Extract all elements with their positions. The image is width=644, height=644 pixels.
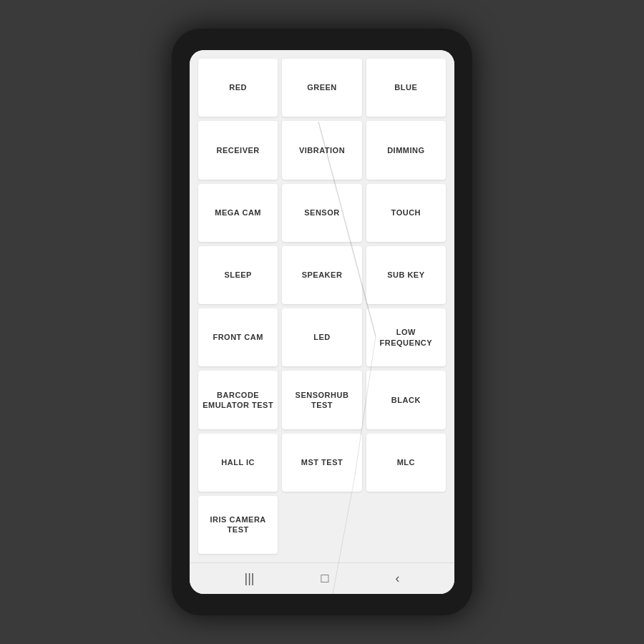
grid-item-sleep[interactable]: SLEEP <box>198 246 278 304</box>
grid-label-front-cam: FRONT CAM <box>213 332 263 342</box>
grid-item-led[interactable]: LED <box>282 308 361 366</box>
grid-label-sleep: SLEEP <box>224 270 252 280</box>
grid-item-receiver[interactable]: RECEIVER <box>198 121 278 179</box>
grid-item-iris-camera-test[interactable]: IRIS CAMERA TEST <box>198 496 278 554</box>
grid-label-dimming: DIMMING <box>387 145 424 155</box>
grid-item-mst-test[interactable]: MST TEST <box>282 434 361 492</box>
recents-icon[interactable]: ||| <box>245 571 255 586</box>
grid-item-blue[interactable]: BLUE <box>366 59 446 117</box>
grid-label-iris-camera-test: IRIS CAMERA TEST <box>203 514 273 535</box>
grid-label-receiver: RECEIVER <box>217 145 260 155</box>
grid-item-touch[interactable]: TOUCH <box>366 184 446 242</box>
grid-label-black: BLACK <box>391 395 421 405</box>
grid-label-vibration: VIBRATION <box>299 145 345 155</box>
screen-content: REDGREENBLUERECEIVERVIBRATIONDIMMINGMEGA… <box>190 50 454 562</box>
grid-item-dimming[interactable]: DIMMING <box>366 121 446 179</box>
grid-item-hall-ic[interactable]: HALL IC <box>198 434 278 492</box>
grid-item-black[interactable]: BLACK <box>366 371 446 429</box>
grid-label-sensorhub-test: SENSORHUB TEST <box>286 390 357 411</box>
grid-item-mega-cam[interactable]: MEGA CAM <box>198 184 278 242</box>
grid-label-touch: TOUCH <box>391 208 421 218</box>
grid-item-vibration[interactable]: VIBRATION <box>282 121 361 179</box>
grid-label-mlc: MLC <box>397 457 415 467</box>
grid-label-sensor: SENSOR <box>304 208 339 218</box>
back-icon[interactable]: ‹ <box>395 571 399 586</box>
grid-label-low-frequency: LOW FREQUENCY <box>371 327 441 348</box>
grid-label-hall-ic: HALL IC <box>221 457 255 467</box>
home-icon[interactable]: □ <box>321 571 329 586</box>
grid-label-speaker: SPEAKER <box>302 270 343 280</box>
grid-label-barcode-emulator-test: BARCODE EMULATOR TEST <box>203 390 273 411</box>
test-grid: REDGREENBLUERECEIVERVIBRATIONDIMMINGMEGA… <box>195 56 449 557</box>
grid-label-mega-cam: MEGA CAM <box>215 208 261 218</box>
grid-label-red: RED <box>229 82 247 92</box>
grid-item-mlc[interactable]: MLC <box>366 434 446 492</box>
phone-device: REDGREENBLUERECEIVERVIBRATIONDIMMINGMEGA… <box>172 29 472 615</box>
grid-label-blue: BLUE <box>394 82 417 92</box>
navigation-bar: ||| □ ‹ <box>190 562 454 594</box>
grid-label-mst-test: MST TEST <box>301 457 343 467</box>
grid-item-front-cam[interactable]: FRONT CAM <box>198 308 278 366</box>
grid-item-sensor[interactable]: SENSOR <box>282 184 361 242</box>
phone-screen: REDGREENBLUERECEIVERVIBRATIONDIMMINGMEGA… <box>190 50 454 594</box>
grid-item-barcode-emulator-test[interactable]: BARCODE EMULATOR TEST <box>198 371 278 429</box>
grid-item-green[interactable]: GREEN <box>282 59 361 117</box>
grid-label-sub-key: SUB KEY <box>387 270 424 280</box>
grid-item-speaker[interactable]: SPEAKER <box>282 246 361 304</box>
grid-item-sensorhub-test[interactable]: SENSORHUB TEST <box>282 371 361 429</box>
grid-item-sub-key[interactable]: SUB KEY <box>366 246 446 304</box>
grid-item-low-frequency[interactable]: LOW FREQUENCY <box>366 308 446 366</box>
grid-label-green: GREEN <box>307 82 337 92</box>
grid-item-red[interactable]: RED <box>198 59 278 117</box>
grid-label-led: LED <box>313 332 331 342</box>
